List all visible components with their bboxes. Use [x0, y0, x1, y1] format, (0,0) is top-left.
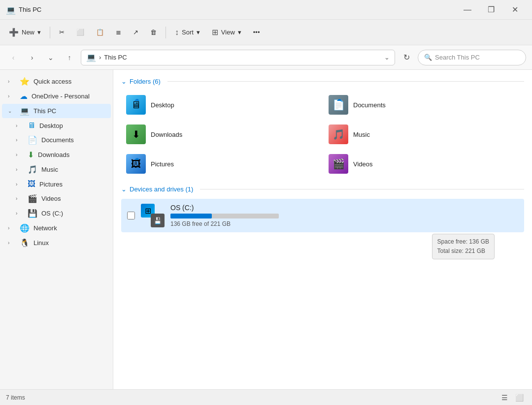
forward-button[interactable]: ›	[25, 50, 39, 65]
documents-cloud-icon: ☁	[336, 96, 342, 102]
videos-icon: 🎬	[28, 194, 37, 203]
sidebar-label-this-pc: This PC	[33, 107, 56, 115]
delete-icon: 🗑	[150, 29, 157, 36]
expand-icon: ›	[16, 167, 24, 172]
share-button[interactable]: ↗	[128, 24, 143, 41]
status-bar: 7 items ☰ ⬜	[0, 389, 532, 405]
sidebar-label-videos: Videos	[41, 195, 61, 202]
cut-button[interactable]: ✂	[54, 24, 69, 41]
view-button[interactable]: ⊞ View ▾	[207, 24, 246, 41]
more-button[interactable]: •••	[248, 24, 265, 41]
sidebar: › ⭐ Quick access › ☁ OneDrive - Personal…	[0, 70, 113, 389]
drive-name: OS (C:)	[170, 204, 518, 212]
detail-view-button[interactable]: ⬜	[512, 392, 526, 403]
paste-button[interactable]: 📋	[91, 24, 109, 41]
parent-button[interactable]: ↑	[62, 50, 77, 65]
drive-info: OS (C:) 136 GB free of 221 GB	[170, 204, 518, 227]
more-icon: •••	[253, 29, 260, 36]
drive-os-c[interactable]: ⊞ 💾 OS (C:) 136 GB free of 221 GB Space …	[121, 199, 524, 232]
folder-videos[interactable]: 🎬 Videos	[324, 150, 524, 178]
sidebar-label-pictures: Pictures	[39, 181, 63, 188]
downloads-folder-icon: ⬇	[126, 125, 146, 144]
path-chevron: ⌄	[384, 54, 390, 61]
title-bar: 💻 This PC — ❐ ✕	[0, 0, 532, 20]
sidebar-item-pictures[interactable]: › 🖼 Pictures	[10, 177, 111, 191]
sort-button[interactable]: ↕ Sort ▾	[170, 24, 205, 41]
address-bar: ‹ › ⌄ ↑ 💻 › This PC ⌄ ↻ 🔍 Search This PC	[0, 45, 532, 70]
delete-button[interactable]: 🗑	[145, 24, 162, 41]
this-pc-icon: 💻	[20, 106, 30, 116]
pictures-folder-label: Pictures	[151, 160, 174, 168]
sidebar-item-documents[interactable]: › 📄 Documents	[10, 133, 111, 147]
quick-access-icon: ⭐	[20, 77, 30, 86]
drive-bar-fill	[170, 214, 212, 218]
maximize-button[interactable]: ❐	[480, 2, 502, 18]
drives-collapse-icon: ⌄	[121, 186, 127, 193]
search-box[interactable]: 🔍 Search This PC	[418, 50, 526, 65]
folder-downloads[interactable]: ⬇ Downloads	[121, 121, 322, 148]
rename-button[interactable]: ≣	[111, 24, 126, 41]
section-divider	[167, 81, 524, 82]
sidebar-item-desktop[interactable]: › 🖥 Desktop	[10, 119, 111, 132]
sidebar-label-network: Network	[33, 224, 57, 232]
path-icon: 💻	[86, 53, 96, 62]
drive-space-label: 136 GB free of 221 GB	[170, 220, 518, 227]
separator-1	[50, 27, 50, 38]
sidebar-item-onedrive[interactable]: › ☁ OneDrive - Personal	[2, 89, 111, 103]
sidebar-item-quick-access[interactable]: › ⭐ Quick access	[2, 74, 111, 89]
view-toggle-buttons: ☰ ⬜	[498, 392, 526, 403]
sidebar-item-os-c[interactable]: › 💾 OS (C:)	[10, 206, 111, 220]
window-title: This PC	[19, 6, 41, 13]
sidebar-label-os: OS (C:)	[41, 210, 63, 217]
desktop-icon: 🖥	[28, 121, 35, 130]
rename-icon: ≣	[116, 29, 121, 36]
copy-button[interactable]: ⬜	[71, 24, 89, 41]
address-path[interactable]: 💻 › This PC ⌄	[81, 50, 395, 65]
folders-section-header[interactable]: ⌄ Folders (6)	[121, 78, 524, 85]
expand-icon: ›	[16, 152, 24, 157]
expand-icon: ›	[16, 137, 24, 143]
sidebar-label-linux: Linux	[33, 239, 49, 247]
drive-checkbox[interactable]	[127, 212, 135, 219]
back-button[interactable]: ‹	[6, 50, 21, 65]
pictures-cloud-icon: ☁	[134, 155, 139, 161]
folders-section-label: Folders (6)	[130, 78, 161, 85]
folder-desktop[interactable]: ☁ 🖥 Desktop	[121, 91, 322, 119]
folder-grid: ☁ 🖥 Desktop ☁ 📄 Documents ⬇ Downloads 🎵 …	[121, 91, 524, 178]
music-folder-icon: 🎵	[329, 125, 348, 144]
sidebar-item-videos[interactable]: › 🎬 Videos	[10, 191, 111, 206]
downloads-icon: ⬇	[28, 150, 34, 159]
folder-documents[interactable]: ☁ 📄 Documents	[324, 91, 524, 119]
expand-icon: ›	[8, 225, 16, 231]
drives-section-divider	[200, 189, 524, 189]
sidebar-label-onedrive: OneDrive - Personal	[32, 93, 90, 100]
network-icon: 🌐	[20, 223, 30, 233]
new-button[interactable]: ➕ New ▾	[4, 24, 46, 41]
sidebar-item-linux[interactable]: › 🐧 Linux	[2, 236, 111, 250]
sidebar-item-music[interactable]: › 🎵 Music	[10, 162, 111, 177]
list-view-button[interactable]: ☰	[498, 392, 511, 403]
sidebar-label-desktop: Desktop	[39, 122, 63, 129]
music-folder-label: Music	[353, 131, 370, 138]
title-bar-controls: — ❐ ✕	[456, 2, 526, 18]
sidebar-item-this-pc[interactable]: ⌄ 💻 This PC	[2, 104, 111, 118]
drives-section-header[interactable]: ⌄ Devices and drives (1)	[121, 186, 524, 193]
copy-icon: ⬜	[76, 29, 84, 36]
close-button[interactable]: ✕	[503, 2, 526, 18]
folder-music[interactable]: 🎵 Music	[324, 121, 524, 148]
view-chevron: ▾	[238, 29, 241, 36]
search-icon: 🔍	[424, 54, 432, 61]
sidebar-item-downloads[interactable]: › ⬇ Downloads	[10, 148, 111, 162]
sidebar-item-network[interactable]: › 🌐 Network	[2, 221, 111, 235]
minimize-button[interactable]: —	[456, 2, 479, 18]
folder-pictures[interactable]: ☁ 🖼 Pictures	[121, 150, 322, 178]
expand-icon: ›	[8, 240, 16, 246]
expand-icon: ›	[16, 123, 24, 128]
sidebar-label-music: Music	[41, 166, 58, 173]
refresh-button[interactable]: ↻	[399, 50, 414, 65]
os-icon: 💾	[28, 209, 37, 218]
tooltip-free: Space free: 136 GB	[437, 237, 489, 247]
app-icon: 💻	[6, 5, 15, 14]
main-area: › ⭐ Quick access › ☁ OneDrive - Personal…	[0, 70, 532, 389]
up-dropdown-button[interactable]: ⌄	[43, 50, 58, 65]
